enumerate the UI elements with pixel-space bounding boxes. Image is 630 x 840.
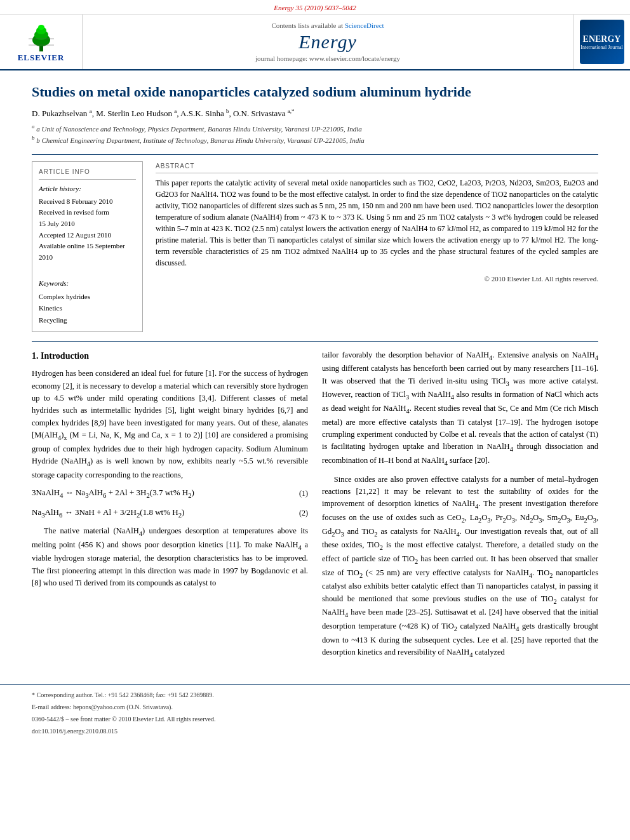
paper-content: Studies on metal oxide nanoparticles cat…	[0, 70, 630, 684]
keywords-list: Complex hydrides Kinetics Recycling	[39, 291, 136, 326]
keyword-1: Complex hydrides	[39, 291, 136, 303]
footer-doi: doi:10.1016/j.energy.2010.08.015	[32, 726, 598, 737]
affiliations: a a Unit of Nanoscience and Technology, …	[32, 123, 598, 145]
section-divider	[32, 341, 598, 342]
journal-header: ELSEVIER Contents lists available at Sci…	[0, 15, 630, 70]
article-info-box: Article Info Article history: Received 8…	[32, 161, 143, 331]
equation-2-number: (2)	[299, 507, 308, 519]
keywords-label: Keywords:	[39, 278, 136, 290]
body-para-r2: Since oxides are also proven effective c…	[322, 474, 598, 660]
svg-point-4	[38, 25, 44, 30]
available-date: Available online 15 September 2010	[39, 241, 136, 263]
energy-badge-section: ENERGY International Journal	[573, 15, 630, 69]
revised-label: Received in revised form	[39, 207, 136, 218]
body-left-col: 1. Introduction Hydrogen has been consid…	[32, 349, 308, 665]
keyword-3: Recycling	[39, 314, 136, 326]
journal-title: Energy	[298, 31, 357, 53]
elsevier-tree-icon	[22, 21, 60, 53]
body-para-1: Hydrogen has been considered an ideal fu…	[32, 368, 308, 481]
article-info-col: Article Info Article history: Received 8…	[32, 161, 143, 331]
body-right-col: tailor favorably the desorption behavior…	[322, 349, 598, 665]
equation-2: Na3AlH6 ↔ 3NaH + Al + 3/2H2(1.8 wt% H2) …	[32, 506, 308, 520]
footer-issn: 0360-5442/$ – see front matter © 2010 El…	[32, 714, 598, 724]
homepage-text: journal homepage: www.elsevier.com/locat…	[255, 55, 400, 62]
paper-title: Studies on metal oxide nanoparticles cat…	[32, 83, 598, 102]
section-1-heading: 1. Introduction	[32, 349, 308, 363]
abstract-label: Abstract	[156, 161, 598, 173]
science-direct-text: Contents lists available at ScienceDirec…	[271, 22, 384, 29]
revised-date: 15 July 2010	[39, 218, 136, 230]
footer-email: E-mail address: hepons@yahoo.com (O.N. S…	[32, 702, 598, 712]
body-two-col: 1. Introduction Hydrogen has been consid…	[32, 349, 598, 665]
article-meta-section: Article Info Article history: Received 8…	[32, 154, 598, 331]
accepted-date: Accepted 12 August 2010	[39, 230, 136, 241]
badge-title: ENERGY	[583, 34, 621, 44]
equation-1-text: 3NaAlH4 ↔ Na3AlH6 + 2Al + 3H2(3.7 wt% H2…	[32, 486, 194, 500]
abstract-text: This paper reports the catalytic activit…	[156, 177, 598, 269]
body-para-2: The native material (NaAlH4) undergoes d…	[32, 525, 308, 589]
article-info-label: Article Info	[39, 167, 136, 180]
science-direct-link[interactable]: ScienceDirect	[345, 22, 384, 29]
page-footer: * Corresponding author. Tel.: +91 542 23…	[0, 684, 630, 742]
keyword-2: Kinetics	[39, 302, 136, 314]
energy-badge: ENERGY International Journal	[580, 20, 624, 64]
elsevier-logo: ELSEVIER	[18, 21, 65, 63]
elsevier-name: ELSEVIER	[18, 53, 65, 63]
journal-info-center: Contents lists available at ScienceDirec…	[83, 15, 573, 69]
equation-1-number: (1)	[299, 488, 308, 500]
badge-sub: International Journal	[580, 44, 622, 50]
authors: D. Pukazhselvan a, M. Sterlin Leo Hudson…	[32, 108, 598, 119]
equation-1: 3NaAlH4 ↔ Na3AlH6 + 2Al + 3H2(3.7 wt% H2…	[32, 486, 308, 500]
history-label: Article history:	[39, 183, 136, 195]
citation-bar: Energy 35 (2010) 5037–5042	[0, 0, 630, 15]
citation-text: Energy 35 (2010) 5037–5042	[274, 4, 356, 11]
abstract-box: Abstract This paper reports the catalyti…	[156, 161, 598, 284]
footer-corresponding-author: * Corresponding author. Tel.: +91 542 23…	[32, 690, 598, 700]
copyright-text: © 2010 Elsevier Ltd. All rights reserved…	[156, 274, 598, 284]
affiliation-a: a a Unit of Nanoscience and Technology, …	[32, 123, 598, 134]
affiliation-b: b b Chemical Engineering Department, Ins…	[32, 134, 598, 145]
body-para-r1: tailor favorably the desorption behavior…	[322, 349, 598, 469]
elsevier-logo-section: ELSEVIER	[0, 15, 83, 69]
received-date: Received 8 February 2010	[39, 196, 136, 208]
equation-2-text: Na3AlH6 ↔ 3NaH + Al + 3/2H2(1.8 wt% H2)	[32, 506, 184, 520]
abstract-col: Abstract This paper reports the catalyti…	[156, 161, 598, 331]
